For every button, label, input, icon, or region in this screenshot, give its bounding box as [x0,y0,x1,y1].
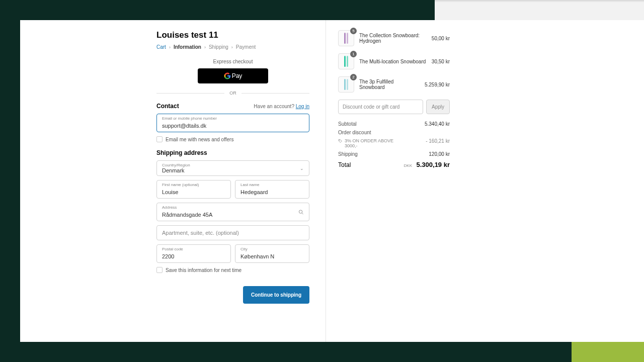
email-label: Email or mobile phone number [162,116,304,121]
snowboard-icon [344,56,346,67]
quantity-badge: 2 [350,74,357,80]
express-checkout-label: Express checkout [156,59,309,64]
summary-column: 5 The Collection Snowboard: Hydrogen 50,… [326,20,644,342]
first-name-field[interactable]: First name (optional) [156,180,231,199]
country-label: Country/Region [162,163,304,167]
postal-input[interactable] [162,253,225,259]
postal-field[interactable]: Postal code [156,244,231,263]
currency-code: DKK [404,163,412,168]
cart-item: 5 The Collection Snowboard: Hydrogen 50,… [338,30,450,46]
city-label: City [240,247,304,251]
address-label: Address [162,205,304,210]
last-name-field[interactable]: Last name [235,180,309,199]
google-pay-button[interactable]: Pay [198,68,268,83]
apartment-placeholder: Apartment, suite, etc. (optional) [162,228,304,238]
total-label: Total [338,161,351,168]
first-name-label: First name (optional) [162,183,225,187]
news-offers-checkbox[interactable] [156,136,163,142]
snowboard-icon [344,79,346,90]
item-name: The Multi-location Snowboard [359,59,427,64]
have-account-text: Have an account? Log in [254,104,309,109]
item-name: The Collection Snowboard: Hydrogen [359,33,427,44]
svg-point-0 [299,210,302,213]
snowboard-icon [347,79,348,90]
email-input[interactable] [162,123,304,129]
breadcrumb-information: Information [174,44,201,50]
city-input[interactable] [240,253,304,259]
postal-label: Postal code [162,247,225,251]
svg-line-1 [302,213,303,214]
save-info-checkbox[interactable] [156,267,163,273]
chevron-right-icon: › [204,45,206,50]
apartment-field[interactable]: Apartment, suite, etc. (optional) [156,225,309,240]
cart-item: 2 The 3p Fulfilled Snowboard 5.259,90 kr [338,76,450,93]
tag-icon [338,139,343,143]
checkout-panel: Louises test 11 Cart › Information › Shi… [20,20,644,342]
discount-value: - 160,21 kr [426,138,450,144]
address-input[interactable] [162,212,304,218]
continue-button[interactable]: Continue to shipping [243,286,309,304]
item-price: 5.259,90 kr [425,82,450,87]
main-column: Louises test 11 Cart › Information › Shi… [20,20,326,342]
first-name-input[interactable] [162,189,225,195]
apply-button[interactable]: Apply [426,100,450,114]
snowboard-icon [347,33,348,44]
discount-name: 3% ON ORDER ABOVE 3000,- [338,138,398,148]
news-offers-label: Email me with news and offers [166,137,233,142]
login-link[interactable]: Log in [296,104,309,109]
contact-heading: Contact [156,103,179,110]
shipping-cost-value: 120,00 kr [429,151,450,157]
city-field[interactable]: City [235,244,309,263]
breadcrumb: Cart › Information › Shipping › Payment [156,44,309,50]
save-info-label: Save this information for next time [166,267,242,273]
item-price: 50,00 kr [432,36,450,41]
search-icon [298,209,304,215]
country-value: Denmark [162,167,304,173]
item-name: The 3p Fulfilled Snowboard [359,79,420,90]
chevron-right-icon: › [231,45,233,50]
google-icon [224,72,231,79]
chevron-right-icon: › [169,45,171,50]
quantity-badge: 1 [350,51,357,57]
item-price: 30,50 kr [432,59,450,64]
dark-bottom [362,342,572,362]
order-discount-label: Order discount [338,130,371,135]
country-select[interactable]: Country/Region Denmark ⌄ [156,160,309,176]
gpay-text: Pay [232,72,243,79]
address-field[interactable]: Address [156,203,309,221]
save-info-row[interactable]: Save this information for next time [156,267,309,273]
item-thumbnail: 2 [338,76,354,93]
svg-point-2 [339,140,340,141]
shipping-cost-label: Shipping [338,151,358,157]
last-name-label: Last name [240,183,304,187]
top-strip [435,0,644,2]
or-divider: OR [156,90,309,96]
breadcrumb-payment: Payment [236,44,256,50]
email-field[interactable]: Email or mobile phone number [156,114,309,132]
chevron-down-icon: ⌄ [300,166,304,171]
item-thumbnail: 1 [338,53,354,69]
store-name: Louises test 11 [156,30,309,40]
subtotal-value: 5.340,40 kr [425,121,450,127]
last-name-input[interactable] [240,189,304,195]
cart-item: 1 The Multi-location Snowboard 30,50 kr [338,53,450,69]
breadcrumb-cart[interactable]: Cart [156,44,166,50]
subtotal-label: Subtotal [338,121,357,127]
quantity-badge: 5 [350,28,357,34]
shipping-heading: Shipping address [156,149,309,156]
total-value: 5.300,19 kr [416,161,450,168]
snowboard-icon [344,33,346,44]
snowboard-icon [347,56,348,67]
news-offers-row[interactable]: Email me with news and offers [156,136,309,142]
item-thumbnail: 5 [338,30,354,46]
discount-input[interactable]: Discount code or gift card [338,100,423,114]
breadcrumb-shipping: Shipping [209,44,228,50]
